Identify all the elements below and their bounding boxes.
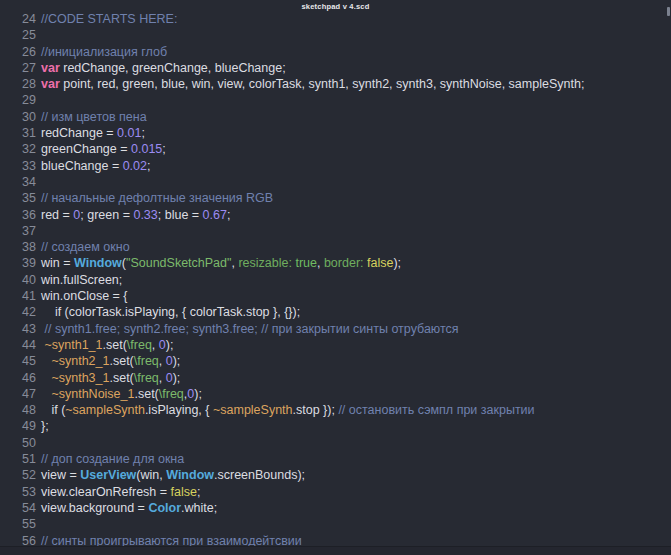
- token-comment: // synth1.free; synth2.free; synth3.free…: [41, 322, 459, 336]
- code-line[interactable]: 50: [0, 435, 671, 451]
- token-plain: (win,: [136, 468, 166, 482]
- token-plain: win =: [41, 256, 74, 270]
- token-true: true: [295, 256, 317, 270]
- code-line[interactable]: 51// доп создание для окна: [0, 451, 671, 467]
- code-text: ~synth2_1.set(\freq, 0);: [36, 353, 180, 369]
- token-kwarg: border:: [324, 256, 364, 270]
- token-plain: redChange, greenChange, blueChange;: [60, 61, 286, 75]
- code-line[interactable]: 37: [0, 223, 671, 239]
- code-line[interactable]: 34: [0, 174, 671, 190]
- token-plain: if (colorTask.isPlaying, { colorTask.sto…: [41, 305, 300, 319]
- code-line[interactable]: 28var point, red, green, blue, win, view…: [0, 76, 671, 92]
- token-plain: ,: [159, 354, 166, 368]
- line-number: 38: [0, 239, 36, 255]
- code-line[interactable]: 47 ~synthNoise_1.set(\freq,0);: [0, 386, 671, 402]
- token-false: false: [367, 256, 393, 270]
- token-plain: .white;: [181, 501, 217, 515]
- code-text: view = UserView(win, Window.screenBounds…: [36, 467, 305, 483]
- line-number: 37: [0, 223, 36, 239]
- token-plain: .set(: [109, 354, 133, 368]
- code-line[interactable]: 24//CODE STARTS HERE:: [0, 11, 671, 27]
- code-line[interactable]: 53view.clearOnRefresh = false;: [0, 484, 671, 500]
- code-line[interactable]: 41win.onClose = {: [0, 288, 671, 304]
- line-number: 29: [0, 92, 36, 108]
- code-line[interactable]: 45 ~synth2_1.set(\freq, 0);: [0, 353, 671, 369]
- code-line[interactable]: 55: [0, 516, 671, 532]
- line-number: 40: [0, 272, 36, 288]
- token-plain: .set(: [103, 338, 127, 352]
- code-line[interactable]: 35// начальные дефолтные значения RGB: [0, 190, 671, 206]
- token-plain: ;: [162, 142, 165, 156]
- line-number: 44: [0, 337, 36, 353]
- code-line[interactable]: 40win.fullScreen;: [0, 272, 671, 288]
- code-text: ~synth3_1.set(\freq, 0);: [36, 370, 180, 386]
- code-text: var point, red, green, blue, win, view, …: [36, 76, 584, 92]
- code-line[interactable]: 52view = UserView(win, Window.screenBoun…: [0, 467, 671, 483]
- code-line[interactable]: 38// создаем окно: [0, 239, 671, 255]
- token-plain: redChange =: [41, 126, 117, 140]
- line-number: 49: [0, 418, 36, 434]
- code-line[interactable]: 30// изм цветов пена: [0, 109, 671, 125]
- line-number: 34: [0, 174, 36, 190]
- token-plain: .isPlaying, {: [145, 403, 213, 417]
- code-line[interactable]: 29: [0, 92, 671, 108]
- token-number: 0.33: [133, 208, 157, 222]
- token-comment: // синты проигрываются при взаимодейтсви…: [41, 534, 302, 547]
- token-comment: // изм цветов пена: [41, 110, 147, 124]
- code-line[interactable]: 39win = Window("SoundSketchPad", resizab…: [0, 255, 671, 271]
- code-line[interactable]: 27var redChange, greenChange, blueChange…: [0, 60, 671, 76]
- code-line[interactable]: 31redChange = 0.01;: [0, 125, 671, 141]
- code-text: // синты проигрываются при взаимодейтсви…: [36, 533, 302, 547]
- token-comment: //инициализация глоб: [41, 45, 167, 59]
- line-number: 25: [0, 27, 36, 43]
- code-text: // создаем окно: [36, 239, 130, 255]
- code-line[interactable]: 33blueChange = 0.02;: [0, 158, 671, 174]
- code-editor[interactable]: 24//CODE STARTS HERE:2526//инициализация…: [0, 11, 671, 546]
- code-text: redChange = 0.01;: [36, 125, 145, 141]
- code-line[interactable]: 54view.background = Color.white;: [0, 500, 671, 516]
- code-text: greenChange = 0.015;: [36, 141, 166, 157]
- code-line[interactable]: 25: [0, 27, 671, 43]
- code-line[interactable]: 46 ~synth3_1.set(\freq, 0);: [0, 370, 671, 386]
- line-number: 43: [0, 321, 36, 337]
- token-plain: point, red, green, blue, win, view, colo…: [60, 77, 585, 91]
- token-symbol: \freq: [127, 338, 152, 352]
- code-line[interactable]: 44 ~synth1_1.set(\freq, 0);: [0, 337, 671, 353]
- code-line[interactable]: 49};: [0, 418, 671, 434]
- line-number: 51: [0, 451, 36, 467]
- token-plain: view.clearOnRefresh =: [41, 485, 171, 499]
- code-line[interactable]: 26//инициализация глоб: [0, 44, 671, 60]
- code-line[interactable]: 48 if (~sampleSynth.isPlaying, { ~sample…: [0, 402, 671, 418]
- token-plain: };: [41, 419, 49, 433]
- code-line[interactable]: 43 // synth1.free; synth2.free; synth3.f…: [0, 321, 671, 337]
- token-plain: );: [173, 371, 181, 385]
- token-plain: );: [173, 354, 181, 368]
- token-symbol: \freq: [134, 354, 159, 368]
- code-line[interactable]: 32greenChange = 0.015;: [0, 141, 671, 157]
- token-plain: ,: [159, 371, 166, 385]
- code-text: if (colorTask.isPlaying, { colorTask.sto…: [36, 304, 300, 320]
- line-number: 53: [0, 484, 36, 500]
- line-number: 24: [0, 11, 36, 27]
- line-number: 55: [0, 516, 36, 532]
- token-symbol: \freq: [159, 387, 184, 401]
- token-plain: ; blue =: [158, 208, 203, 222]
- line-number: 32: [0, 141, 36, 157]
- line-number: 56: [0, 533, 36, 547]
- token-plain: ;: [141, 126, 144, 140]
- token-plain: ;: [197, 485, 200, 499]
- token-comment: // начальные дефолтные значения RGB: [41, 191, 273, 205]
- token-symbol: \freq: [134, 371, 159, 385]
- code-text: view.background = Color.white;: [36, 500, 217, 516]
- token-string: "SoundSketchPad": [126, 256, 231, 270]
- code-line[interactable]: 56// синты проигрываются при взаимодейтс…: [0, 533, 671, 547]
- token-class: UserView: [80, 468, 136, 482]
- token-plain: greenChange =: [41, 142, 131, 156]
- code-line[interactable]: 42 if (colorTask.isPlaying, { colorTask.…: [0, 304, 671, 320]
- line-number: 35: [0, 190, 36, 206]
- code-line[interactable]: 36red = 0; green = 0.33; blue = 0.67;: [0, 207, 671, 223]
- token-comment: // доп создание для окна: [41, 452, 184, 466]
- line-number: 41: [0, 288, 36, 304]
- code-text: // synth1.free; synth2.free; synth3.free…: [36, 321, 459, 337]
- token-plain: .set(: [109, 371, 133, 385]
